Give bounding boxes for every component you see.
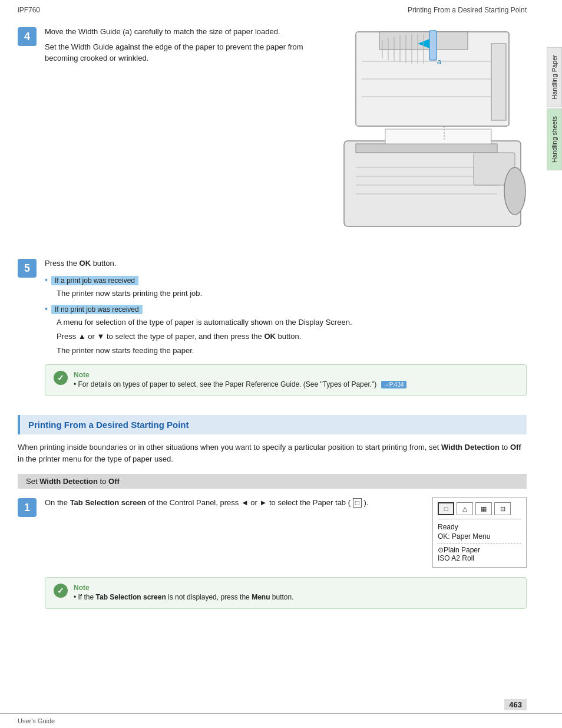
step-4-number: 4 <box>18 27 37 46</box>
header-right: Printing From a Desired Starting Point <box>408 6 527 14</box>
note-2-content: Note • If the Tab Selection screen is no… <box>74 584 518 602</box>
note-1-text: • For details on types of paper to selec… <box>74 379 518 390</box>
control-panel-box: □ △ ▦ ⊟ Ready OK: Paper Menu ⊙Plain Pape… <box>432 497 527 568</box>
svg-rect-16 <box>491 44 506 120</box>
cp-status-menu: OK: Paper Menu <box>438 532 521 541</box>
step-5-content: Press the OK button. • If a print job wa… <box>45 258 527 403</box>
page-header: iPF760 Printing From a Desired Starting … <box>0 0 562 20</box>
step-4-text2: Set the Width Guide against the edge of … <box>45 41 315 64</box>
step-1-content: On the Tab Selection screen of the Contr… <box>45 497 527 568</box>
step-5-intro: Press the OK button. <box>45 258 527 269</box>
cp-paper2: ISO A2 Roll <box>438 554 521 562</box>
note-1-content: Note • For details on types of paper to … <box>74 371 518 390</box>
bullet-1-text: The printer now starts printing the prin… <box>57 288 527 300</box>
step-4-content: Move the Width Guide (a) carefully to ma… <box>45 26 527 246</box>
step-1-text: On the Tab Selection screen of the Contr… <box>45 497 421 509</box>
cp-divider <box>438 543 521 543</box>
header-left: iPF760 <box>18 6 40 14</box>
sidebar-tab-handling-paper[interactable]: Handling Paper <box>547 47 562 107</box>
page-footer: User's Guide <box>0 713 562 728</box>
bullet-1-label: If a print job was received <box>51 276 138 285</box>
paper-tab-icon: □ <box>353 498 362 508</box>
section-header: Printing From a Desired Starting Point <box>18 415 527 434</box>
page-number: 463 <box>504 699 527 710</box>
note-2-text: • If the Tab Selection screen is not dis… <box>74 592 518 602</box>
bullet-2-text2: Press ▲ or ▼ to select the type of paper… <box>57 331 527 343</box>
cp-tab-4: ⊟ <box>494 502 511 515</box>
step-4-block: 4 Move the Width Guide (a) carefully to … <box>18 26 527 246</box>
svg-rect-2 <box>429 31 437 60</box>
step-4-text1: Move the Width Guide (a) carefully to ma… <box>45 26 315 38</box>
bullet-2-label: If no print job was received <box>51 305 143 314</box>
cp-status-ready: Ready <box>438 523 521 531</box>
section-title: Printing From a Desired Starting Point <box>28 420 189 430</box>
svg-rect-25 <box>385 129 491 144</box>
cp-tab-paper: □ <box>438 502 454 515</box>
note-box-2: ✓ Note • If the Tab Selection screen is … <box>45 577 527 609</box>
step-5-block: 5 Press the OK button. • If a print job … <box>18 258 527 403</box>
cp-tab-2: △ <box>457 502 473 515</box>
main-content: 4 Move the Width Guide (a) carefully to … <box>0 20 544 628</box>
sidebar-tabs: Handling Paper Handling sheets <box>547 47 562 170</box>
svg-point-24 <box>504 167 525 215</box>
svg-rect-18 <box>356 144 497 153</box>
bullet-2-text3: The printer now starts feeding the paper… <box>57 345 527 357</box>
step-1-block: 1 On the Tab Selection screen of the Con… <box>18 497 527 568</box>
control-panel-tabs: □ △ ▦ ⊟ <box>438 502 521 519</box>
cp-paper1: ⊙Plain Paper <box>438 546 521 554</box>
step-1-paragraph: On the Tab Selection screen of the Contr… <box>45 497 421 509</box>
cp-tab-3: ▦ <box>475 502 492 515</box>
section-description: When printing inside boundaries or in ot… <box>18 442 527 466</box>
step-5-number: 5 <box>18 259 37 278</box>
note-1-label: Note <box>74 371 518 379</box>
subsection-bar: Set Width Detection to Off <box>18 474 527 489</box>
printer-top-illustration: a <box>326 26 527 244</box>
step-1-number: 1 <box>18 498 37 517</box>
note-2-label: Note <box>74 584 518 592</box>
note-box-1: ✓ Note • For details on types of paper t… <box>45 364 527 396</box>
bullet-2-text1: A menu for selection of the type of pape… <box>57 317 527 329</box>
bullet-1-dot: • <box>45 275 48 285</box>
bullet-1: • If a print job was received <box>45 275 527 285</box>
sidebar-tab-handling-sheets[interactable]: Handling sheets <box>547 108 562 170</box>
bullet-2: • If no print job was received <box>45 304 527 314</box>
step-4-image: a <box>326 26 527 246</box>
footer-left: User's Guide <box>18 717 55 724</box>
step-1-image: □ △ ▦ ⊟ Ready OK: Paper Menu ⊙Plain Pape… <box>432 497 527 568</box>
note-1-icon: ✓ <box>54 371 68 385</box>
step-4-text: Move the Width Guide (a) carefully to ma… <box>45 26 315 64</box>
bullet-2-dot: • <box>45 304 48 314</box>
note-2-icon: ✓ <box>54 584 68 598</box>
note-1-ref: →P.434 <box>381 381 406 388</box>
